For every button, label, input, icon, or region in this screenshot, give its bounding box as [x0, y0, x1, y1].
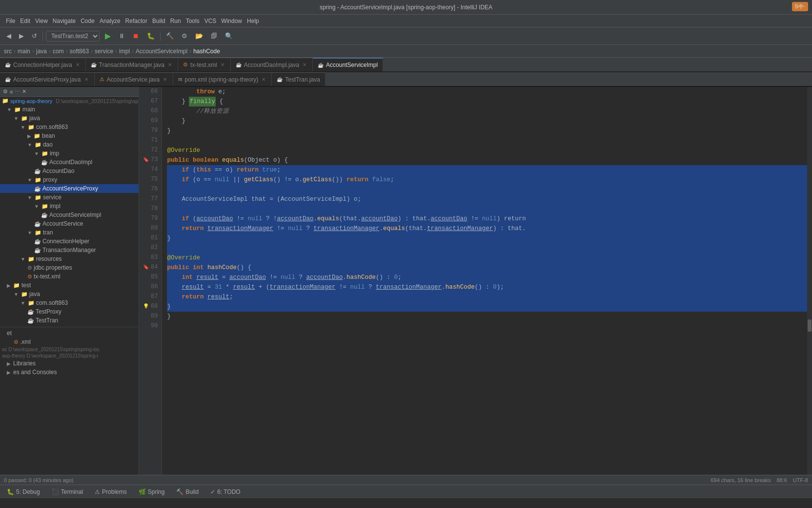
- terminal-tab-label: Terminal: [61, 488, 83, 495]
- sidebar-item-java2[interactable]: ▼ 📁 java: [0, 290, 139, 298]
- tab-close-transactionmanager[interactable]: ✕: [167, 62, 173, 67]
- menu-navigate[interactable]: Navigate: [51, 17, 78, 25]
- breadcrumb-accountserviceimpl[interactable]: AccountServiceImpl: [136, 48, 187, 55]
- menu-run[interactable]: Run: [168, 17, 183, 25]
- sidebar-item-accountservice[interactable]: ☕ AccountService: [0, 219, 139, 228]
- sidebar-item-scratches[interactable]: ▶ es and Consoles: [0, 368, 139, 377]
- sidebar-item-tran[interactable]: ▼ 📁 tran: [0, 228, 139, 237]
- tab-close-pomxml[interactable]: ✕: [261, 77, 266, 82]
- tab-accountserviceimpl[interactable]: ☕ AccountServiceImpl: [313, 58, 383, 71]
- sidebar-item-java[interactable]: ▼ 📁 java: [0, 114, 139, 123]
- tab-txtest[interactable]: ⚙ tx-test.xml ✕: [178, 58, 231, 71]
- sidebar-item-main[interactable]: ▼ 📁 main: [0, 105, 139, 114]
- menu-window[interactable]: Window: [219, 17, 244, 25]
- sidebar-item-et[interactable]: et: [0, 329, 139, 338]
- sidebar-item-transactionmanager[interactable]: ☕ TransactionManager: [0, 246, 139, 254]
- scrollbar[interactable]: [807, 87, 812, 475]
- bottom-tab-terminal[interactable]: ⬛ Terminal: [49, 487, 86, 497]
- stop-button[interactable]: ⏹: [130, 31, 142, 41]
- forward-button[interactable]: ▶: [17, 31, 26, 41]
- sidebar-item-impl-sub[interactable]: ▼ 📁 impl: [0, 202, 139, 211]
- run-config-dropdown[interactable]: TestTran.test2: [46, 31, 100, 42]
- sidebar-item-accountdao[interactable]: ☕ AccountDao: [0, 167, 139, 175]
- bottom-tab-todo[interactable]: ✓ 6: TODO: [207, 487, 244, 497]
- ln-70: 70: [143, 126, 158, 136]
- bottom-tab-debug[interactable]: 🐛 5: Debug: [4, 487, 43, 497]
- settings-button[interactable]: ⚙: [179, 31, 190, 41]
- sidebar-item-accountdaoimpl[interactable]: ☕ AccountDaoImpl: [0, 158, 139, 167]
- sidebar-more-icon[interactable]: ⋯: [15, 88, 20, 95]
- sidebar-close-icon[interactable]: ✕: [22, 88, 26, 95]
- breadcrumb-com[interactable]: com: [53, 48, 64, 55]
- back-button[interactable]: ◀: [4, 31, 14, 41]
- tab-connectionhelper[interactable]: ☕ ConnectionHelper.java ✕: [0, 58, 86, 71]
- tab-accountserviceproxy[interactable]: ☕ AccountServiceProxy.java ✕: [0, 72, 95, 86]
- breadcrumb-soft863[interactable]: soft863: [70, 48, 89, 55]
- menu-vcs[interactable]: VCS: [203, 17, 219, 25]
- menu-tools[interactable]: Tools: [184, 17, 202, 25]
- menu-help[interactable]: Help: [245, 17, 261, 25]
- tab-testtran[interactable]: ☕ TestTran.java: [272, 72, 325, 86]
- menu-edit[interactable]: Edit: [18, 17, 32, 25]
- menu-build[interactable]: Build: [150, 17, 167, 25]
- sidebar-label-et: et: [7, 330, 12, 337]
- sidebar-item-txtest[interactable]: ⚙ tx-test.xml: [0, 272, 139, 281]
- sidebar-item-comsoft863[interactable]: ▼ 📁 com.soft863: [0, 123, 139, 131]
- breadcrumb-java[interactable]: java: [36, 48, 47, 55]
- sidebar-item-proxy[interactable]: ▼ 📁 proxy: [0, 175, 139, 184]
- menu-analyze[interactable]: Analyze: [98, 17, 122, 25]
- sidebar-project-item[interactable]: 📁 spring-aop-theory D:\workspace_2020121…: [0, 97, 139, 105]
- top-right-logo[interactable]: S中·: [792, 2, 808, 11]
- sidebar-item-connectionhelper[interactable]: ☕ ConnectionHelper: [0, 237, 139, 246]
- code-area[interactable]: 66 67 68 69 70 71 72 🔖 73 74 75 76 77 78…: [139, 87, 812, 475]
- tab-close-accountservice[interactable]: ✕: [162, 77, 168, 82]
- tab-close-accountdaoimpl[interactable]: ✕: [302, 62, 307, 67]
- menu-refactor[interactable]: Refactor: [123, 17, 149, 25]
- sidebar-item-accountserviceimpl[interactable]: ☕ AccountServiceImpl: [0, 211, 139, 219]
- sidebar-item-xml[interactable]: ⚙ .xml: [0, 338, 139, 346]
- tab-close-txtest[interactable]: ✕: [220, 62, 225, 67]
- bottom-tab-build[interactable]: 🔨 Build: [173, 487, 202, 497]
- run-button[interactable]: ▶: [102, 30, 113, 42]
- scroll-thumb[interactable]: [808, 319, 812, 332]
- sidebar-item-test[interactable]: ▶ 📁 test: [0, 281, 139, 290]
- sidebar-item-imp[interactable]: ▼ 📁 imp: [0, 149, 139, 158]
- sidebar-item-testtran[interactable]: ☕ TestTran: [0, 316, 139, 325]
- bottom-tab-spring[interactable]: 🌿 Spring: [136, 487, 168, 497]
- breadcrumb-src[interactable]: src: [4, 48, 12, 55]
- tab-transactionmanager[interactable]: ☕ TransactionManager.java ✕: [86, 58, 178, 71]
- bottom-tab-problems[interactable]: ⚠ Problems: [92, 487, 130, 497]
- sidebar-item-resources[interactable]: ▼ 📁 resources: [0, 254, 139, 263]
- sidebar-item-accountserviceproxy[interactable]: ☕ AccountServiceProxy: [0, 184, 139, 193]
- sidebar-item-jdbc[interactable]: ⚙ jdbc.properties: [0, 263, 139, 272]
- pause-button[interactable]: ⏸: [116, 31, 127, 41]
- sidebar-collapse-icon[interactable]: ≡: [10, 89, 13, 95]
- breadcrumb-service[interactable]: service: [95, 48, 113, 55]
- build-button[interactable]: 🔨: [163, 31, 176, 41]
- sidebar-item-service[interactable]: ▼ 📁 service: [0, 193, 139, 202]
- open-file-button[interactable]: 📂: [193, 31, 205, 41]
- tab-close-connectionhelper[interactable]: ✕: [75, 62, 81, 67]
- copy-button[interactable]: 🗐: [208, 31, 220, 41]
- sidebar-gear-icon[interactable]: ⚙: [3, 88, 8, 95]
- menu-file[interactable]: File: [4, 17, 17, 25]
- tab-accountservice[interactable]: ⚠ AccountService.java ✕: [95, 72, 174, 86]
- code-lines[interactable]: throw e; } finally { //释放资源 } }: [162, 87, 807, 475]
- search-button[interactable]: 🔍: [223, 31, 235, 41]
- debug-button[interactable]: 🐛: [144, 31, 157, 41]
- breadcrumb-impl[interactable]: impl: [119, 48, 130, 55]
- menu-code[interactable]: Code: [79, 17, 97, 25]
- tab-pomxml[interactable]: m pom.xml (spring-aop-theory) ✕: [173, 72, 272, 86]
- tab-accountdaoimpl[interactable]: ☕ AccountDaoImpl.java ✕: [231, 58, 313, 71]
- build-tab-label: Build: [185, 488, 199, 495]
- sidebar-item-comsoft8632[interactable]: ▼ 📁 com.soft863: [0, 298, 139, 307]
- menu-view[interactable]: View: [33, 17, 50, 25]
- refresh-button[interactable]: ↺: [29, 31, 40, 41]
- sidebar-item-bean[interactable]: ▶ 📁 bean: [0, 131, 139, 140]
- sidebar-item-testproxy[interactable]: ☕ TestProxy: [0, 307, 139, 316]
- tab-close-accountserviceproxy[interactable]: ✕: [83, 77, 89, 82]
- sidebar-item-dao[interactable]: ▼ 📁 dao: [0, 140, 139, 149]
- sidebar-item-libraries[interactable]: ▶ Libraries: [0, 359, 139, 368]
- breadcrumb-hashcode[interactable]: hashCode: [193, 48, 220, 55]
- breadcrumb-main[interactable]: main: [18, 48, 30, 55]
